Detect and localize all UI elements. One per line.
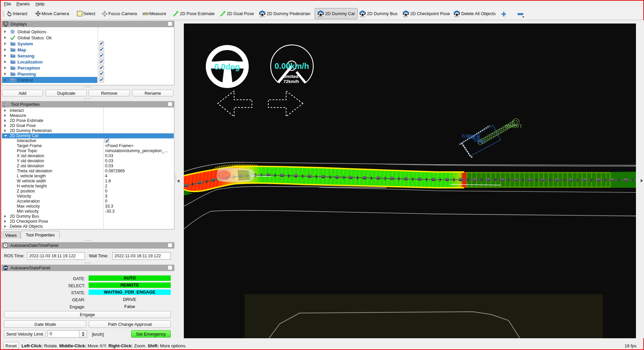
- svg-text:Autoware: Autoware: [454, 16, 459, 17]
- svg-text:Autoware: Autoware: [4, 269, 8, 270]
- svg-text:Autoware: Autoware: [360, 16, 365, 17]
- svg-text:0.0deg: 0.0deg: [214, 62, 240, 71]
- svg-text:CAR: CAR: [477, 140, 485, 144]
- svg-text:Autoware: Autoware: [260, 16, 265, 17]
- svg-text:72km/h: 72km/h: [283, 79, 299, 84]
- svg-text:0.00km/h: 0.00km/h: [275, 61, 309, 71]
- svg-text:Autoware: Autoware: [403, 16, 408, 17]
- svg-text:limited: limited: [284, 74, 299, 79]
- svg-text:1.000000: 1.000000: [505, 124, 522, 128]
- svg-text:Autoware: Autoware: [318, 16, 323, 17]
